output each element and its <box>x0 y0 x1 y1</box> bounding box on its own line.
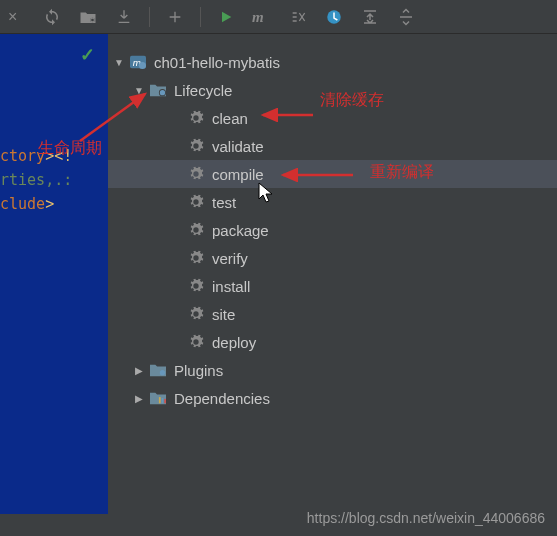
code-text: > <box>45 195 54 213</box>
goal-label: verify <box>212 250 248 267</box>
maven-tree: ▼ m ch01-hello-mybatis ▼ Lifecycle clean… <box>108 48 557 412</box>
svg-text:m: m <box>252 9 264 25</box>
gear-icon <box>186 138 206 154</box>
editor-fragment: ctory><! rties,.: clude> <box>0 34 108 514</box>
gear-icon <box>186 278 206 294</box>
add-icon[interactable] <box>164 6 186 28</box>
svg-rect-10 <box>162 398 164 403</box>
code-text: <! <box>54 147 72 165</box>
watermark: https://blog.csdn.net/weixin_44006686 <box>307 510 545 526</box>
code-text: > <box>45 147 54 165</box>
goal-label: validate <box>212 138 264 155</box>
tree-plugins[interactable]: ▶ Plugins <box>108 356 557 384</box>
chevron-right-icon[interactable]: ▶ <box>132 393 146 404</box>
goal-label: package <box>212 222 269 239</box>
code-text: clude <box>0 195 45 213</box>
collapse-icon[interactable] <box>359 6 381 28</box>
svg-rect-11 <box>164 399 166 403</box>
code-text: ctory <box>0 147 45 165</box>
goal-deploy[interactable]: deploy <box>108 328 557 356</box>
goal-test[interactable]: test <box>108 188 557 216</box>
offline-icon[interactable] <box>323 6 345 28</box>
checkmark-icon: ✓ <box>80 44 95 66</box>
tree-dependencies[interactable]: ▶ Dependencies <box>108 384 557 412</box>
separator <box>149 7 150 27</box>
folder-lib-icon <box>148 390 168 406</box>
maven-toolbar: × m <box>0 0 557 34</box>
tree-label: Dependencies <box>174 390 270 407</box>
gear-icon <box>186 166 206 182</box>
close-icon[interactable]: × <box>8 8 17 26</box>
goal-clean[interactable]: clean <box>108 104 557 132</box>
tree-root[interactable]: ▼ m ch01-hello-mybatis <box>108 48 557 76</box>
goal-package[interactable]: package <box>108 216 557 244</box>
goal-label: site <box>212 306 235 323</box>
tree-label: Plugins <box>174 362 223 379</box>
goal-verify[interactable]: verify <box>108 244 557 272</box>
goal-compile[interactable]: compile <box>108 160 557 188</box>
gear-icon <box>186 194 206 210</box>
goal-validate[interactable]: validate <box>108 132 557 160</box>
download-icon[interactable] <box>113 6 135 28</box>
svg-point-5 <box>139 62 146 69</box>
tree-lifecycle[interactable]: ▼ Lifecycle <box>108 76 557 104</box>
goal-label: clean <box>212 110 248 127</box>
run-icon[interactable] <box>215 6 237 28</box>
refresh-icon[interactable] <box>41 6 63 28</box>
goal-label: deploy <box>212 334 256 351</box>
expand-icon[interactable] <box>395 6 417 28</box>
gear-icon <box>186 222 206 238</box>
gear-icon <box>186 334 206 350</box>
goal-label: compile <box>212 166 264 183</box>
m-icon[interactable]: m <box>251 6 273 28</box>
folder-gear-icon <box>148 82 168 98</box>
goal-site[interactable]: site <box>108 300 557 328</box>
svg-point-7 <box>160 90 165 95</box>
tree-label: Lifecycle <box>174 82 232 99</box>
gear-icon <box>186 306 206 322</box>
goal-label: test <box>212 194 236 211</box>
maven-panel: ▼ m ch01-hello-mybatis ▼ Lifecycle clean… <box>108 34 557 536</box>
chevron-down-icon[interactable]: ▼ <box>132 85 146 96</box>
tree-label: ch01-hello-mybatis <box>154 54 280 71</box>
goal-install[interactable]: install <box>108 272 557 300</box>
chevron-right-icon[interactable]: ▶ <box>132 365 146 376</box>
svg-rect-9 <box>159 397 161 403</box>
code-text: rties,.: <box>0 171 72 189</box>
folder-gear-icon[interactable] <box>77 6 99 28</box>
gear-icon <box>186 250 206 266</box>
separator <box>200 7 201 27</box>
folder-gear-icon <box>148 362 168 378</box>
maven-module-icon: m <box>128 54 148 70</box>
skip-tests-icon[interactable] <box>287 6 309 28</box>
gear-icon <box>186 110 206 126</box>
svg-point-8 <box>160 370 165 375</box>
chevron-down-icon[interactable]: ▼ <box>112 57 126 68</box>
goal-label: install <box>212 278 250 295</box>
